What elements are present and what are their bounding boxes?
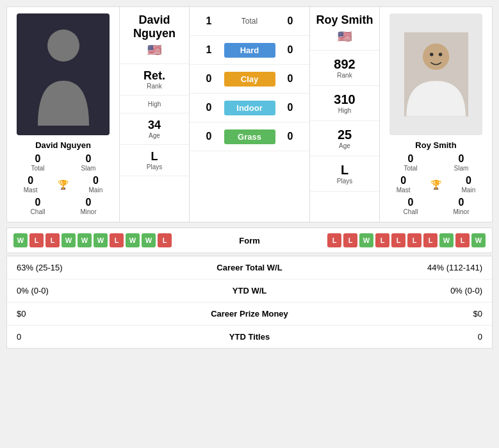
form-section: WLLWWWLWWL Form LLWLLLLWLW — [6, 228, 493, 253]
hard-badge: Hard — [224, 43, 275, 58]
left-plays-row: L Plays — [120, 145, 189, 176]
hard-row: 1 Hard 0 — [190, 36, 309, 65]
stats-right: $0 — [314, 309, 483, 319]
form-label: Form — [211, 236, 288, 245]
form-badge-left: W — [126, 233, 140, 247]
grass-row: 0 Grass 0 — [190, 122, 309, 151]
right-middle-stats: Roy Smith 🇺🇸 892 Rank 310 High 25 Age L … — [309, 7, 380, 222]
indoor-row: 0 Indoor 0 — [190, 94, 309, 122]
form-badge-right: L — [391, 233, 405, 247]
left-minor-stat: 0 Minor — [64, 197, 113, 215]
right-main-stat: 0 Main — [462, 175, 476, 194]
form-badge-left: L — [110, 233, 124, 247]
stats-right: 44% (112-141) — [314, 263, 483, 272]
stats-row: 63% (25-15) Career Total W/L 44% (112-14… — [7, 256, 492, 279]
form-badge-right: L — [455, 233, 470, 247]
center-comparison: 1 Total 0 1 Hard 0 0 Clay 0 0 — [190, 7, 309, 222]
right-chall-stat: 0 Chall — [386, 197, 435, 215]
left-mast-stat: 0 Mast — [24, 175, 38, 194]
stats-center: Career Prize Money — [186, 309, 314, 319]
stats-left: 0% (0-0) — [17, 286, 186, 295]
form-badge-right: W — [471, 233, 486, 247]
stats-center: Career Total W/L — [186, 263, 314, 272]
left-total-stat: 0 Total — [13, 153, 62, 172]
left-player-info: David Nguyen 0 Total 0 Slam 0 Mast 🏆 — [7, 7, 119, 222]
left-age-row: 34 Age — [120, 113, 189, 145]
stats-left: 63% (25-15) — [17, 263, 186, 272]
svg-point-3 — [430, 53, 434, 56]
form-badge-left: W — [142, 233, 156, 247]
form-badge-left: W — [61, 233, 76, 247]
stats-row: 0 YTD Titles 0 — [7, 326, 492, 348]
stats-left: $0 — [17, 309, 186, 319]
right-plays-row: L Plays — [310, 156, 379, 192]
indoor-badge: Indoor — [224, 101, 275, 115]
right-age-row: 25 Age — [310, 121, 379, 156]
form-badge-left: L — [29, 233, 44, 247]
stats-table: 63% (25-15) Career Total W/L 44% (112-14… — [6, 256, 493, 349]
right-total-stat: 0 Total — [386, 153, 435, 172]
form-badge-left: W — [13, 233, 28, 247]
form-badge-right: L — [343, 233, 357, 247]
left-player-name: David Nguyen — [35, 140, 91, 150]
right-player-photo — [389, 13, 482, 135]
form-badge-left: L — [45, 233, 60, 247]
form-badge-left: W — [94, 233, 108, 247]
stats-row: 0% (0-0) YTD W/L 0% (0-0) — [7, 279, 492, 303]
form-badge-right: L — [423, 233, 438, 247]
right-header-name: Roy Smith — [313, 13, 376, 27]
form-row: WLLWWWLWWL Form LLWLLLLWLW — [7, 228, 492, 253]
right-slam-stat: 0 Slam — [437, 153, 486, 172]
left-main-stat: 0 Main — [89, 175, 103, 194]
left-form-badges: WLLWWWLWWL — [13, 233, 211, 247]
svg-point-2 — [422, 44, 448, 70]
total-row: 1 Total 0 — [190, 7, 309, 36]
svg-point-0 — [47, 29, 79, 62]
left-rank-row: Ret. Rank — [120, 64, 189, 95]
right-rank-row: 892 Rank — [310, 51, 379, 86]
left-high-row: High — [120, 95, 189, 113]
form-badge-left: W — [78, 233, 92, 247]
clay-badge: Clay — [224, 72, 275, 87]
left-chall-stat: 0 Chall — [13, 197, 62, 215]
left-header-name: David Nguyen — [123, 13, 186, 40]
left-flag: 🇺🇸 — [123, 43, 186, 57]
clay-row: 0 Clay 0 — [190, 65, 309, 94]
form-badge-right: L — [327, 233, 341, 247]
grass-badge: Grass — [224, 129, 275, 144]
stats-right: 0% (0-0) — [314, 286, 483, 295]
right-flag: 🇺🇸 — [313, 29, 376, 44]
form-badge-left: L — [158, 233, 172, 247]
stats-left: 0 — [17, 332, 186, 342]
left-trophy-icon: 🏆 — [58, 179, 69, 190]
right-form-badges: LLWLLLLWLW — [288, 233, 486, 247]
svg-point-4 — [438, 53, 442, 56]
right-minor-stat: 0 Minor — [437, 197, 486, 215]
left-player-photo — [17, 13, 110, 135]
left-slam-stat: 0 Slam — [64, 153, 113, 172]
right-player-name: Roy Smith — [415, 140, 456, 150]
stats-center: YTD Titles — [186, 332, 314, 342]
right-trophy-icon: 🏆 — [430, 179, 441, 190]
right-high-row: 310 High — [310, 86, 379, 121]
stats-center: YTD W/L — [186, 286, 314, 295]
right-player-info: Roy Smith 0 Total 0 Slam 0 Mast 🏆 0 — [380, 7, 492, 222]
right-mast-stat: 0 Mast — [397, 175, 411, 194]
form-badge-right: W — [359, 233, 373, 247]
form-badge-right: L — [375, 233, 389, 247]
form-badge-right: W — [439, 233, 454, 247]
left-middle-stats: David Nguyen 🇺🇸 Ret. Rank High 34 Age L … — [119, 7, 190, 222]
form-badge-right: L — [407, 233, 421, 247]
stats-row: $0 Career Prize Money $0 — [7, 303, 492, 326]
stats-right: 0 — [314, 332, 483, 342]
